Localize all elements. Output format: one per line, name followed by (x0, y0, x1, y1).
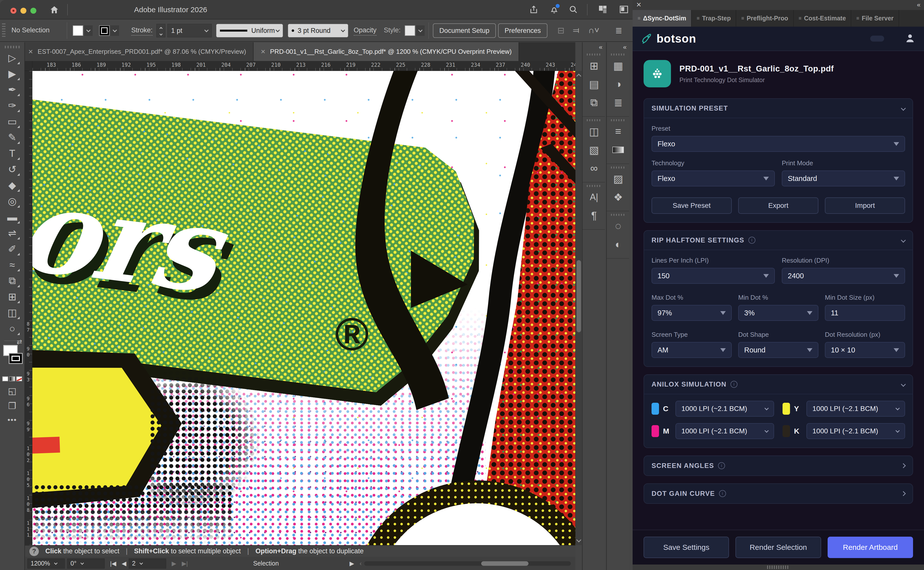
next-artboard-icon[interactable]: ▶ (172, 560, 176, 567)
strip-grip[interactable] (587, 119, 601, 121)
chevron-down-icon[interactable] (901, 106, 906, 111)
rotation-select[interactable]: 0° (67, 559, 104, 568)
anilox-select[interactable]: 1000 LPI (~2.1 BCM) (675, 401, 774, 417)
close-tab-icon[interactable]: ✕ (261, 48, 266, 55)
shaper-tool[interactable]: ≈ (3, 257, 21, 273)
info-icon[interactable]: i (718, 462, 725, 469)
fill-stroke-control[interactable]: ⇄ (2, 345, 23, 375)
max-dot-select[interactable]: 97% (652, 305, 732, 321)
draw-mode-icon[interactable]: ◱ (0, 386, 25, 396)
screen-type-select[interactable]: AM (652, 342, 732, 358)
curvature-tool[interactable]: ✑ (3, 98, 21, 113)
touch-workspace-icon[interactable]: ⊟ (557, 25, 565, 35)
strip-grip[interactable] (587, 185, 601, 187)
fill-dropdown[interactable] (84, 25, 93, 36)
render-artboard-button[interactable]: Render Artboard (827, 537, 913, 558)
options-menu-icon[interactable]: ≣ (615, 25, 622, 35)
scroll-down-icon[interactable] (576, 538, 581, 542)
info-icon[interactable]: i (748, 237, 755, 244)
lpi-select[interactable]: 150 (652, 268, 775, 284)
style-control[interactable] (405, 24, 425, 37)
type-tool[interactable]: T (3, 146, 21, 161)
variable-width-profile-select[interactable]: Uniform (216, 24, 283, 37)
chevron-right-icon[interactable] (901, 463, 906, 468)
strip-grip[interactable] (611, 119, 625, 121)
stroke-weight-select[interactable]: 1 pt (167, 24, 212, 37)
tools-grip[interactable] (5, 46, 20, 48)
strip-grip[interactable] (611, 214, 625, 216)
lasso-tool[interactable]: ◎ (3, 193, 21, 209)
artboard-tool[interactable]: ⊞ (3, 289, 21, 305)
simulation-preset-header[interactable]: SIMULATION PRESET (644, 99, 913, 118)
paragraph-panel-icon[interactable]: ¶ (583, 206, 605, 225)
anilox-select[interactable]: 1000 LPI (~2.1 BCM) (806, 401, 905, 417)
preferences-button[interactable]: Preferences (498, 23, 548, 38)
horizontal-scrollbar[interactable] (364, 561, 571, 566)
notifications-bell-icon[interactable] (549, 5, 560, 15)
strip-grip[interactable] (611, 167, 625, 169)
collapse-panel-icon[interactable]: « (917, 1, 921, 9)
dpi-select[interactable]: 2400 (782, 268, 905, 284)
width-tool[interactable]: ⇌ (3, 225, 21, 241)
print-mode-select[interactable]: Standard (782, 170, 905, 187)
zoom-level-select[interactable]: 1200% (28, 559, 65, 568)
help-icon[interactable]: ? (29, 547, 39, 556)
properties-panel-icon[interactable]: ≣ (607, 93, 629, 112)
none-chip[interactable] (16, 376, 22, 382)
align-panel-icon[interactable]: ▤ (583, 75, 605, 93)
stroke-swatch[interactable] (99, 25, 110, 36)
import-button[interactable]: Import (825, 198, 905, 214)
workspace-tab[interactable]: ≡ ΔSync-DotSim (632, 10, 692, 27)
transparency-panel-icon[interactable]: ◐ (607, 235, 629, 254)
close-panel-icon[interactable]: ✕ (636, 1, 642, 9)
gradient-chip[interactable] (9, 376, 15, 382)
save-preset-button[interactable]: Save Preset (652, 198, 732, 214)
chevron-down-icon[interactable] (901, 238, 906, 243)
document-tab[interactable]: ✕ EST-0007_Apex_Enterprises_PRD001.pdf* … (21, 42, 253, 61)
swap-fill-stroke-icon[interactable]: ⇄ (17, 338, 22, 346)
brush-definition-select[interactable]: 3 pt Round (288, 24, 348, 37)
style-dropdown[interactable] (416, 25, 425, 36)
slice-tool[interactable]: ◫ (3, 305, 21, 320)
anilox-select[interactable]: 1000 LPI (~2.1 BCM) (806, 423, 905, 439)
plugin-nav-tab[interactable] (884, 35, 898, 41)
stroke-dropdown[interactable] (111, 25, 119, 36)
style-swatch[interactable] (405, 25, 415, 36)
workspace-layout-icon[interactable] (598, 5, 609, 15)
stroke-label[interactable]: Stroke: (131, 26, 153, 35)
status-expand-icon[interactable]: ▶ (350, 560, 354, 567)
stroke-panel-icon[interactable]: ≡ (607, 122, 629, 141)
stroke-color-control[interactable] (99, 24, 119, 37)
direct-selection-tool[interactable]: ▶ (3, 66, 21, 82)
search-icon[interactable] (568, 5, 579, 15)
workspace-tab[interactable]: ≡ Cost-Estimate (794, 10, 852, 27)
symbols-panel-icon[interactable]: ❖ (607, 188, 629, 206)
rip-halftone-header[interactable]: RIP HALFTONE SETTINGS i (644, 231, 913, 250)
stroke-color-well[interactable] (9, 353, 23, 364)
save-settings-button[interactable]: Save Settings (643, 537, 729, 558)
eraser-tool[interactable]: ◆ (3, 177, 21, 193)
plugin-nav-tab[interactable] (856, 35, 870, 41)
transform-panel-icon[interactable]: ◫ (583, 122, 605, 141)
opacity-label[interactable]: Opacity (354, 26, 376, 35)
first-artboard-icon[interactable]: |◀ (110, 560, 116, 567)
horizontal-scroll-thumb[interactable] (481, 561, 528, 566)
previous-artboard-icon[interactable]: ◀ (122, 560, 126, 567)
dot-shape-select[interactable]: Round (738, 342, 818, 358)
fill-color-control[interactable] (73, 24, 93, 37)
dot-resolution-select[interactable]: 10 × 10 (825, 342, 905, 358)
scroll-up-icon[interactable] (576, 74, 581, 79)
eyedropper-tool[interactable]: ✐ (3, 241, 21, 257)
resize-grip[interactable] (767, 565, 789, 569)
preset-select[interactable]: Flexo (652, 136, 905, 152)
color-chip[interactable] (2, 376, 8, 382)
snap-options-icon[interactable]: ⫤ (573, 25, 579, 35)
brand-logo[interactable]: botson (641, 32, 696, 45)
plugin-nav-tab[interactable] (870, 35, 884, 41)
collapse-strip-icon[interactable]: « (583, 42, 605, 51)
workspace-tab[interactable]: ≡ File Server (851, 10, 899, 27)
magnet-snap-icon[interactable]: ∩˅ (588, 25, 599, 35)
artboards-panel-icon[interactable]: ⊞ (583, 57, 605, 75)
dot-gain-header[interactable]: DOT GAIN CURVE i (644, 484, 913, 503)
pen-tool[interactable]: ✒ (3, 82, 21, 98)
